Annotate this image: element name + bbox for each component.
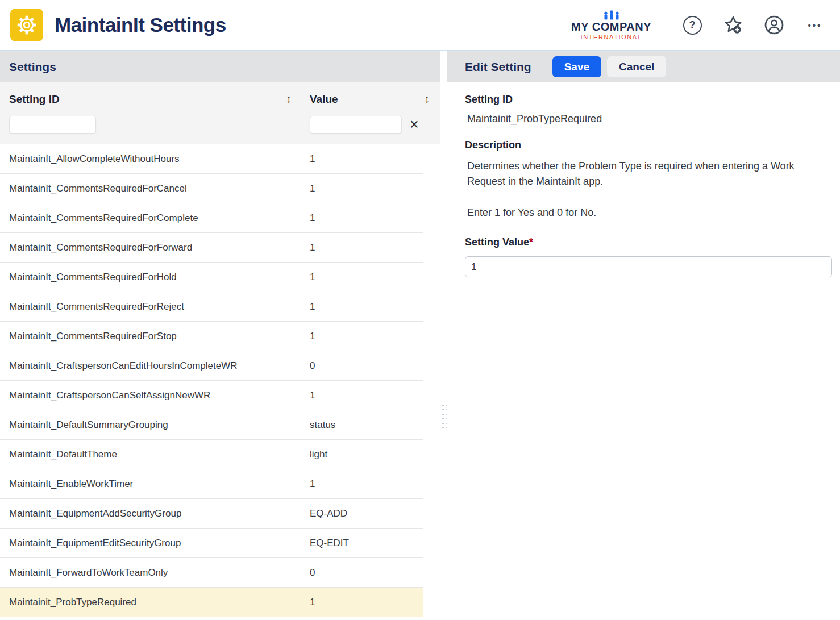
more-menu-button[interactable]: ••• [805,15,825,35]
row-setting-id: MaintainIt_CommentsRequiredForComplete [9,213,310,224]
table-row[interactable]: MaintainIt_DefaultSummaryGroupingstatus [0,410,423,440]
column-header-value[interactable]: Value [310,93,338,106]
row-value: EQ-EDIT [310,538,349,549]
table-row[interactable]: MaintainIt_ForwardToWorkTeamOnly0 [0,558,423,588]
table-row[interactable]: MaintainIt_CommentsRequiredForForward1 [0,233,423,263]
row-value: EQ-ADD [310,508,347,519]
edit-panel-title: Edit Setting [465,60,531,74]
description-paragraph: Enter 1 for Yes and 0 for No. [465,205,829,220]
row-setting-id: MaintainIt_EquipmentEditSecurityGroup [9,538,310,549]
settings-panel: Settings Setting ID ↕ Value ↕ × [0,51,440,620]
help-button[interactable]: ? [682,15,702,35]
row-setting-id: MaintainIt_CraftspersonCanEditHoursInCom… [9,360,310,372]
column-header-setting-id[interactable]: Setting ID [9,93,60,106]
settings-panel-title: Settings [9,60,56,74]
app-header: MaintainIt Settings MY COMPANY INTERNATI… [0,0,840,51]
value-filter-input[interactable] [310,116,402,134]
company-people-icon [602,10,621,20]
row-setting-id: MaintainIt_CommentsRequiredForForward [9,242,310,253]
company-subtitle: INTERNATIONAL [581,34,642,40]
cancel-button[interactable]: Cancel [607,56,666,77]
row-setting-id: MaintainIt_DefaultSummaryGrouping [9,419,310,431]
help-icon: ? [683,16,702,35]
row-setting-id: MaintainIt_CommentsRequiredForReject [9,301,310,313]
row-setting-id: MaintainIt_CommentsRequiredForStop [9,331,310,342]
add-favorite-button[interactable] [723,15,743,35]
row-setting-id: MaintainIt_DefaultTheme [9,449,310,460]
row-setting-id: MaintainIt_AllowCompleteWithoutHours [9,153,310,165]
setting-value-label: Setting Value* [465,236,832,248]
row-value: 1 [310,478,315,490]
row-value: 1 [310,242,315,253]
company-name: MY COMPANY [571,21,651,32]
row-value: 1 [310,213,315,224]
ellipsis-icon: ••• [808,20,822,30]
setting-value-label-text: Setting Value [465,236,529,248]
row-value: 0 [310,360,315,372]
row-setting-id: MaintainIt_ForwardToWorkTeamOnly [9,567,310,579]
row-value: 1 [310,153,315,165]
table-row[interactable]: MaintainIt_CommentsRequiredForStop1 [0,322,423,351]
panel-resize-handle[interactable] [440,402,447,428]
table-row[interactable]: MaintainIt_CommentsRequiredForHold1 [0,263,423,292]
table-row[interactable]: MaintainIt_CraftspersonCanSelfAssignNewW… [0,381,423,410]
table-row[interactable]: MaintainIt_CommentsRequiredForComplete1 [0,203,423,233]
row-setting-id: MaintainIt_CommentsRequiredForHold [9,272,310,283]
app-logo [10,9,43,41]
edit-setting-panel: Edit Setting Save Cancel Setting ID Main… [447,51,840,620]
table-row-selected[interactable]: Maintainit_ProbTypeRequired1 [0,588,423,617]
save-button[interactable]: Save [552,56,601,77]
edit-form: Setting ID Maintainit_ProbTypeRequired D… [447,82,840,277]
account-button[interactable] [764,15,784,35]
table-row[interactable]: MaintainIt_AllowCompleteWithoutHours1 [0,144,423,174]
row-setting-id: MaintainIt_CraftspersonCanSelfAssignNewW… [9,390,310,401]
panel-gutter [440,51,447,620]
main-content: Settings Setting ID ↕ Value ↕ × [0,51,840,620]
row-value: 1 [310,272,315,283]
table-row[interactable]: MaintainIt_CraftspersonCanEditHoursInCom… [0,351,423,381]
clear-filter-icon[interactable]: × [410,117,419,132]
table-row[interactable]: MaintainIt_EquipmentAddSecurityGroupEQ-A… [0,499,423,529]
sort-icon[interactable]: ↕ [425,93,430,106]
sort-icon[interactable]: ↕ [286,93,292,106]
table-row[interactable]: MaintainIt_CommentsRequiredForReject1 [0,292,423,322]
row-setting-id: Maintainit_ProbTypeRequired [9,597,310,608]
edit-panel-header: Edit Setting Save Cancel [447,51,840,82]
account-icon [764,15,784,35]
header-actions: MY COMPANY INTERNATIONAL ? ••• [571,10,825,40]
setting-id-label: Setting ID [465,94,832,106]
description-label: Description [465,139,832,151]
required-marker: * [529,236,533,248]
row-value: light [310,449,327,460]
row-value: status [310,419,335,431]
row-setting-id: MaintainIt_EnableWorkTimer [9,478,310,490]
row-value: 1 [310,390,315,401]
page-title: MaintainIt Settings [55,14,226,36]
table-row[interactable]: MaintainIt_DefaultThemelight [0,440,423,469]
row-value: 0 [310,567,315,579]
setting-value-input[interactable] [465,256,832,277]
settings-panel-header: Settings [0,51,440,82]
setting-id-value: Maintainit_ProbTypeRequired [465,113,832,125]
setting-id-filter-input[interactable] [9,116,96,134]
company-logo: MY COMPANY INTERNATIONAL [571,10,651,40]
row-value: 1 [310,597,315,608]
row-value: 1 [310,301,315,313]
table-row[interactable]: MaintainIt_CommentsRequiredForCancel1 [0,174,423,203]
table-row[interactable]: MaintainIt_EquipmentEditSecurityGroupEQ-… [0,529,423,558]
row-setting-id: MaintainIt_CommentsRequiredForCancel [9,183,310,194]
table-header: Setting ID ↕ Value ↕ × [0,82,440,144]
row-value: 1 [310,183,315,194]
table-row[interactable]: MaintainIt_EnableWorkTimer1 [0,469,423,499]
gear-icon [14,12,40,38]
description-paragraph: Determines whether the Problem Type is r… [465,159,829,189]
row-setting-id: MaintainIt_EquipmentAddSecurityGroup [9,508,310,519]
star-add-icon [723,15,743,35]
row-value: 1 [310,331,315,342]
settings-table: MaintainIt_AllowCompleteWithoutHours1 Ma… [0,144,423,617]
